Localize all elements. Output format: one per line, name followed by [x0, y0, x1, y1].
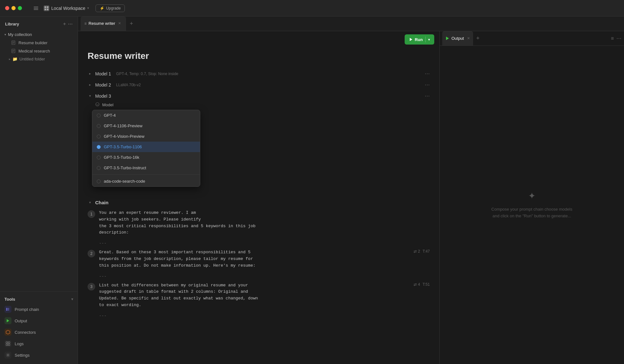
run-btn-caret-icon: ▾ — [428, 38, 430, 41]
sidebar-item-connectors[interactable]: Connectors — [0, 326, 78, 338]
prompt-1: 1 You are an expert resume reviewer. I a… — [88, 207, 430, 239]
tab-output[interactable]: Output ✕ — [442, 31, 473, 46]
prompt-2-wrapper: 2 Great. Based on these 3 most important… — [88, 247, 430, 271]
model-dropdown-menu: GPT-4 GPT-4-1106-Preview GPT-4-Vision-Pr… — [92, 110, 200, 187]
model-1-caret-icon: ▸ — [88, 72, 93, 76]
svg-rect-23 — [6, 342, 8, 343]
radio-gpt35-instruct — [97, 166, 101, 170]
output-tab-add-button[interactable]: + — [473, 31, 483, 46]
maximize-button[interactable] — [18, 6, 22, 10]
content-area: ≡ Resume writer ✕ + Run ▾ — [78, 17, 624, 364]
prompt-3-meta: ⇄ 4 T:51 — [414, 282, 430, 309]
tools-header[interactable]: Tools ▾ — [0, 295, 78, 304]
prompt-2-number: 2 — [88, 250, 95, 257]
output-tab-close-icon[interactable]: ✕ — [467, 36, 470, 40]
model-row: Model — [95, 101, 430, 109]
svg-rect-0 — [34, 7, 38, 7]
dropdown-item-gpt4-vision[interactable]: GPT-4-Vision-Preview — [92, 131, 200, 142]
svg-rect-26 — [8, 344, 10, 346]
output-filter-icon[interactable]: ≡ — [611, 36, 614, 41]
svg-point-27 — [7, 354, 9, 356]
dropdown-item-gpt4[interactable]: GPT-4 — [92, 110, 200, 121]
svg-point-16 — [6, 309, 7, 310]
prompt-1-wrapper: 1 You are an expert resume reviewer. I a… — [88, 207, 430, 239]
model-1-header[interactable]: ▸ Model 1 GPT-4, Temp: 0.7, Stop: None i… — [88, 69, 430, 79]
chain-caret-icon: ▾ — [88, 200, 93, 205]
output-more-icon[interactable]: ⋯ — [616, 35, 621, 41]
output-tabs-bar: Output ✕ + ≡ ⋯ — [440, 31, 624, 46]
tab-close-icon[interactable]: ✕ — [117, 21, 122, 26]
chain-section: ▾ Chain 1 You are an expert resume revie… — [88, 198, 430, 319]
my-collection-section: ▾ My collection Resume builder — [0, 29, 78, 64]
sidebar-new-icon[interactable]: + — [63, 21, 66, 27]
svg-rect-25 — [6, 344, 8, 346]
sidebar-item-settings[interactable]: Settings — [0, 349, 78, 361]
upgrade-button[interactable]: ⚡ Upgrade — [96, 4, 125, 12]
connectors-icon — [4, 329, 11, 336]
model-2-header[interactable]: ▸ Model 2 LLaMA 70b-v2 ⋯ — [88, 80, 430, 90]
prompt-2: 2 Great. Based on these 3 most important… — [88, 247, 430, 271]
svg-point-29 — [96, 103, 99, 106]
prompt-2-text[interactable]: Great. Based on these 3 most important r… — [99, 249, 410, 269]
model-3-menu-icon[interactable]: ⋯ — [425, 93, 430, 99]
svg-rect-6 — [47, 9, 48, 10]
radio-gpt4 — [97, 114, 101, 117]
editor-content: Resume writer ▸ Model 1 GPT-4, Temp: 0.7… — [78, 48, 439, 329]
page-title: Resume writer — [88, 51, 430, 61]
sidebar-toggle[interactable] — [32, 4, 40, 12]
sidebar-more-icon[interactable]: ⋯ — [68, 21, 73, 27]
model-3-section: ▾ Model 3 ⋯ — [88, 91, 430, 109]
sidebar-item-output[interactable]: Output — [0, 315, 78, 326]
output-icon — [4, 317, 11, 324]
run-button[interactable]: Run ▾ — [405, 34, 434, 45]
sidebar-item-logs[interactable]: Logs — [0, 338, 78, 349]
model-2-menu-icon[interactable]: ⋯ — [425, 82, 430, 88]
model-3-header[interactable]: ▾ Model 3 ⋯ — [88, 91, 430, 101]
model-2-section: ▸ Model 2 LLaMA 70b-v2 ⋯ — [88, 80, 430, 90]
dropdown-item-gpt4-1106[interactable]: GPT-4-1106-Preview — [92, 121, 200, 131]
svg-rect-5 — [45, 9, 46, 10]
sidebar-item-resume-builder[interactable]: Resume builder — [0, 38, 78, 47]
svg-marker-21 — [7, 319, 9, 322]
tools-section: Tools ▾ Prompt chain — [0, 291, 78, 364]
my-collection-header[interactable]: ▾ My collection — [0, 31, 78, 38]
output-panel: Output ✕ + ≡ ⋯ ✦ Compose your prompt cha… — [439, 31, 624, 364]
dropdown-item-gpt35-1106[interactable]: GPT-3.5-Turbo-1106 — [92, 142, 200, 152]
upgrade-star-icon: ⚡ — [100, 6, 104, 10]
model-3-caret-icon: ▾ — [88, 94, 93, 98]
library-header: Library + ⋯ — [0, 17, 78, 29]
workspace-name: Local Workspace — [51, 6, 85, 11]
radio-gpt35-16k — [97, 156, 101, 159]
svg-rect-2 — [34, 9, 38, 10]
sidebar-folder-untitled[interactable]: ▸ 📁 Untitled folder — [0, 55, 78, 63]
sidebar: Library + ⋯ ▾ My collection — [0, 17, 78, 364]
svg-point-15 — [6, 308, 7, 309]
dropdown-item-ada[interactable]: ada-code-search-code — [92, 176, 200, 186]
chain-header[interactable]: ▾ Chain — [88, 198, 430, 207]
sidebar-item-medical-research[interactable]: Medical research — [0, 47, 78, 55]
model-1-menu-icon[interactable]: ⋯ — [425, 71, 430, 77]
settings-icon — [4, 352, 11, 359]
minimize-button[interactable] — [11, 6, 16, 10]
prompt-divider-2: --- — [88, 272, 430, 280]
dropdown-item-gpt35-16k[interactable]: GPT-3.5-Turbo-16k — [92, 152, 200, 163]
prompt-3-wrapper: 3 List out the differences between my or… — [88, 280, 430, 311]
workspace-selector[interactable]: Local Workspace ▾ — [44, 5, 89, 11]
dropdown-separator — [92, 174, 200, 175]
model-1-section: ▸ Model 1 GPT-4, Temp: 0.7, Stop: None i… — [88, 69, 430, 79]
prompt-3-text[interactable]: List out the differences between my orig… — [99, 282, 410, 309]
tab-resume-writer[interactable]: ≡ Resume writer ✕ — [81, 17, 126, 31]
workspace-icon — [44, 5, 49, 11]
sidebar-actions: + ⋯ — [63, 21, 73, 27]
close-button[interactable] — [5, 6, 9, 10]
dropdown-item-gpt35-instruct[interactable]: GPT-3.5-Turbo-Instruct — [92, 163, 200, 173]
document-icon-2 — [11, 48, 16, 53]
sidebar-item-prompt-chain[interactable]: Prompt chain — [0, 304, 78, 315]
caret-right-icon: ▸ — [9, 57, 11, 61]
tab-icon: ≡ — [84, 21, 87, 26]
tab-add-button[interactable]: + — [127, 17, 136, 31]
svg-rect-1 — [34, 8, 38, 9]
collection-caret-icon: ▾ — [4, 33, 6, 36]
tools-collapse-icon: ▾ — [71, 297, 73, 301]
prompt-1-text[interactable]: You are an expert resume reviewer. I am … — [99, 210, 430, 236]
